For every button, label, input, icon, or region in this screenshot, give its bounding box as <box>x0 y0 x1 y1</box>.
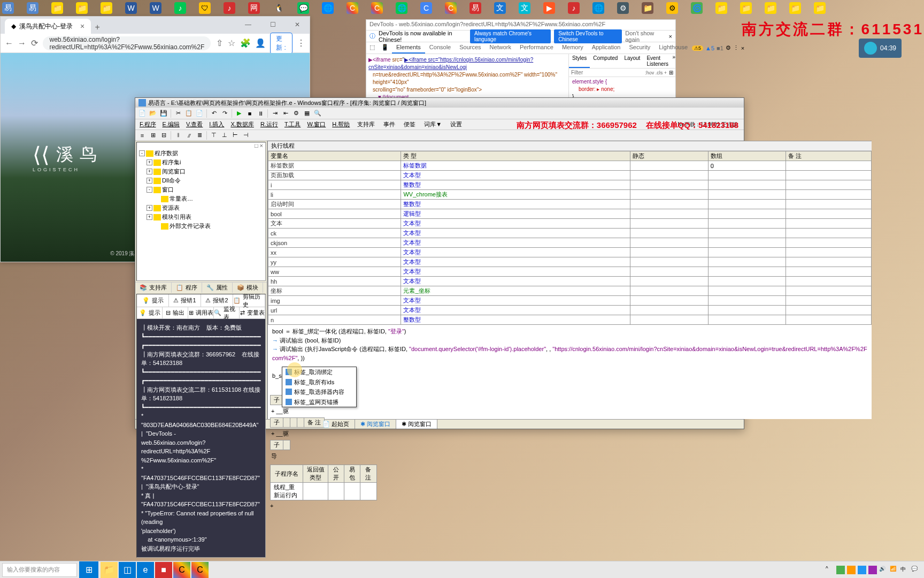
dom-line[interactable]: ▶<iframe src="▶<iframe src="https://cnlo… <box>368 56 566 71</box>
var-arr[interactable] <box>708 219 786 229</box>
tab-security[interactable]: Security <box>625 42 654 54</box>
var-type[interactable]: 文本型 <box>401 277 630 286</box>
filter-options[interactable]: :hov .cls + <box>645 70 667 75</box>
var-type[interactable]: 整数型 <box>401 180 630 190</box>
var-note[interactable] <box>786 209 872 219</box>
code-line[interactable]: → 调试输出 (执行JavaScript命令 (选程端口, 标签ID, "doc… <box>272 345 867 354</box>
var-name[interactable]: i <box>268 180 401 190</box>
tree-item[interactable]: +阅览窗口 <box>137 167 265 176</box>
code-line[interactable]: com%2F", )) <box>272 354 867 363</box>
new-tab-button[interactable]: + <box>91 21 104 34</box>
start-button[interactable]: ⊞ <box>79 561 98 579</box>
var-name[interactable]: n <box>268 315 401 325</box>
tab-performance[interactable]: Performance <box>515 42 558 54</box>
desktop-icon[interactable]: 📁 <box>642 2 653 14</box>
menu-window[interactable]: W.窗口 <box>305 119 328 130</box>
close-tab-icon[interactable]: × <box>80 22 84 31</box>
desktop-icon[interactable]: ♪ <box>174 2 186 14</box>
var-static[interactable] <box>630 219 708 229</box>
desktop-icon[interactable]: 易 <box>469 2 481 14</box>
var-row[interactable]: ww文本型 <box>268 267 872 277</box>
expand-icon[interactable]: - <box>139 150 145 156</box>
tray-icon[interactable] <box>868 566 877 574</box>
var-row[interactable]: bool逻辑型 <box>268 209 872 219</box>
expand-icon[interactable]: + <box>147 205 152 211</box>
desktop-icon[interactable]: 文 <box>494 2 506 14</box>
layout-icon[interactable]: ⊞ <box>148 131 158 140</box>
menu-icon[interactable]: ⋮ <box>297 37 305 50</box>
var-row[interactable]: yy文本型 <box>268 257 872 267</box>
toolbar-undo-icon[interactable]: ↶ <box>209 109 219 118</box>
recording-indicator[interactable]: 04:39 <box>859 39 902 58</box>
var-arr[interactable] <box>708 171 786 180</box>
var-row[interactable]: hh文本型 <box>268 277 872 286</box>
close-window-button[interactable]: ✕ <box>285 17 310 33</box>
desktop-icon[interactable]: ♪ <box>224 2 235 14</box>
var-name[interactable]: img <box>268 296 401 306</box>
forward-button[interactable]: → <box>18 37 26 50</box>
style-property[interactable]: border: ▸ none; <box>572 86 672 93</box>
layout-icon[interactable]: ≣ <box>195 131 204 140</box>
desktop-icon[interactable]: 📁 <box>51 2 63 14</box>
var-static[interactable] <box>630 229 708 238</box>
var-note[interactable] <box>786 161 872 171</box>
toolbar-build-icon[interactable]: ⚙ <box>291 109 301 118</box>
menu-tools[interactable]: T.工具 <box>282 119 303 130</box>
var-arr[interactable] <box>708 267 786 277</box>
var-type[interactable]: 文本型 <box>401 171 630 180</box>
autocomplete-item[interactable]: 标签_取消绑定 <box>282 367 356 377</box>
desktop-icon[interactable]: C <box>445 2 457 14</box>
var-static[interactable] <box>630 238 708 248</box>
var-row[interactable]: 页面加载文本型 <box>268 171 872 180</box>
var-name[interactable]: 页面加载 <box>268 171 401 180</box>
code-line[interactable]: b_s| <box>272 371 867 381</box>
var-name[interactable]: ckjson <box>268 238 401 248</box>
expand-icon[interactable]: + <box>147 214 152 220</box>
var-static[interactable] <box>630 286 708 296</box>
var-row[interactable]: ck文本型 <box>268 229 872 238</box>
taskbar-chrome-icon[interactable]: C <box>191 562 209 578</box>
code-line[interactable]: → 调试输出 (bool, 标签ID) <box>272 336 867 345</box>
desktop-icon[interactable]: 🐧 <box>273 2 284 14</box>
device-icon[interactable]: 📱 <box>378 42 392 54</box>
var-row[interactable]: xx文本型 <box>268 248 872 257</box>
dont-show-button[interactable]: Don't show again <box>625 30 665 43</box>
var-type[interactable]: 文本型 <box>401 267 630 277</box>
code-line[interactable] <box>272 362 867 371</box>
layout-icon[interactable]: ⊢ <box>230 131 240 140</box>
var-row[interactable]: img文本型 <box>268 296 872 306</box>
tab-program[interactable]: 📋 程序 <box>172 283 202 293</box>
tree-item[interactable]: -窗口 <box>137 185 265 194</box>
tree-item[interactable]: -程序数据 <box>137 149 265 158</box>
info-badge[interactable]: ▲5 <box>705 45 714 51</box>
styles-tab[interactable]: Styles <box>569 54 590 68</box>
var-static[interactable] <box>630 200 708 209</box>
toolbar-run-icon[interactable]: ▶ <box>234 109 244 118</box>
desktop-icon[interactable]: 🌐 <box>322 2 334 14</box>
desktop-icon[interactable]: 🌀 <box>691 2 703 14</box>
desktop-icon[interactable]: 📁 <box>814 2 826 14</box>
tray-icon[interactable] <box>836 566 845 574</box>
var-arr[interactable] <box>708 238 786 248</box>
var-arr[interactable] <box>708 180 786 190</box>
toolbar-step-icon[interactable]: ⇥ <box>270 109 280 118</box>
var-name[interactable]: li <box>268 190 401 200</box>
toolbar-step-icon[interactable]: ⇤ <box>281 109 290 118</box>
taskbar-app-icon[interactable]: ■ <box>155 562 172 578</box>
tray-ime-icon[interactable]: 中 <box>900 566 909 574</box>
desktop-icon[interactable]: 🌐 <box>592 2 604 14</box>
sub-table[interactable]: 子 <box>270 440 290 450</box>
desktop-icon[interactable]: 🌐 <box>396 2 407 14</box>
var-note[interactable] <box>786 238 872 248</box>
output-console[interactable]: ┃模块开发：南在南方 版本：免费版┗━━━━━━━━━━━━━━━━━━━━━━… <box>137 319 265 557</box>
reload-button[interactable]: ⟳ <box>30 37 38 50</box>
tree-item[interactable]: +模块引用表 <box>137 212 265 222</box>
autocomplete-item[interactable]: 标签_监网页锚播 <box>282 397 356 407</box>
tree-item[interactable]: 常量表… <box>137 194 265 203</box>
var-arr[interactable] <box>708 190 786 200</box>
tab-sources[interactable]: Sources <box>455 42 485 54</box>
tree-item[interactable]: 外部文件记录表 <box>137 222 265 231</box>
debug-subtab-watch[interactable]: 🔍 监视表 <box>214 307 240 318</box>
menu-notes[interactable]: 便签 <box>401 120 419 128</box>
expand-icon[interactable]: + <box>147 178 152 184</box>
